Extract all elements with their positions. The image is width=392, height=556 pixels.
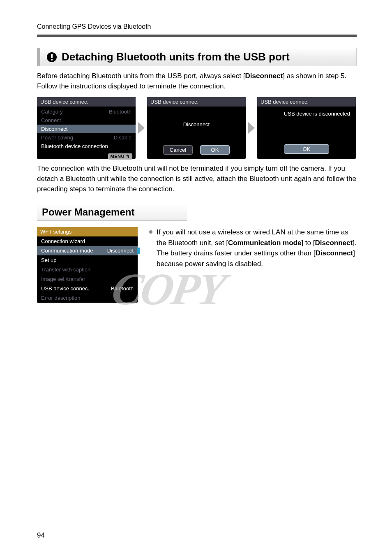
ok-button: OK — [200, 145, 230, 155]
svg-rect-2 — [51, 59, 53, 60]
value: Bluetooth — [111, 285, 134, 292]
text-bold: Communication mode — [228, 239, 302, 247]
bullet-dot-icon — [149, 230, 152, 234]
menu-row-selected: Disconnect — [37, 125, 136, 133]
section-banner-detaching: Detaching Bluetooth units from the USB p… — [37, 48, 357, 66]
text-bold: Disconnect — [316, 249, 353, 257]
section-title: Detaching Bluetooth units from the USB p… — [62, 51, 290, 63]
screen-footer: MENU — [37, 151, 136, 162]
value: Disable — [114, 134, 131, 141]
screen-title: USB device connec. — [147, 97, 246, 107]
menu-row: USB device connec. Bluetooth — [37, 284, 138, 293]
menu-row: Error description — [37, 293, 138, 303]
label: Image sel./transfer — [41, 276, 85, 282]
label: Bluetooth device connection — [41, 143, 108, 149]
menu-row: Power saving Disable — [37, 133, 136, 142]
menu-row: Connection wizard — [37, 236, 138, 246]
warning-exclaim-icon — [44, 51, 59, 63]
camera-screen-3: USB device connec. USB device is disconn… — [257, 97, 356, 159]
running-head: Connecting GPS Devices via Bluetooth — [37, 23, 357, 30]
bullet-item: If you will not use a wireless or wired … — [149, 227, 357, 269]
menu-row: Set up — [37, 255, 138, 265]
menu-row: Image sel./transfer — [37, 274, 138, 284]
label: Connection wizard — [41, 238, 85, 244]
label: Connect — [41, 117, 61, 123]
label: Disconnect — [41, 126, 67, 132]
label: USB device connec. — [41, 285, 89, 292]
text: ] to [ — [301, 239, 315, 247]
label: Set up — [41, 257, 57, 263]
screen-title: USB device connec. — [257, 97, 356, 107]
screens-row: USB device connec. Category Bluetooth Co… — [37, 97, 357, 159]
subsection-power-management: Power Management — [37, 204, 187, 221]
menu-row: Connect — [37, 116, 136, 125]
wft-settings-screen: WFT settings Connection wizard Communica… — [37, 227, 138, 303]
text-bold: Disconnect — [315, 239, 353, 247]
svg-rect-1 — [51, 54, 53, 58]
label: Power saving — [41, 134, 73, 141]
arrow-right-icon — [248, 122, 255, 134]
label: Transfer with caption — [41, 266, 90, 273]
label: Error description — [41, 295, 80, 301]
screen-title: USB device connec. — [37, 97, 136, 107]
cancel-button: Cancel — [163, 145, 193, 155]
header-rule — [37, 35, 357, 37]
screen-message: Disconnect — [147, 107, 246, 142]
ok-button: OK — [284, 144, 329, 154]
menu-row: Bluetooth device connection — [37, 142, 136, 151]
screen-message: USB device is disconnected — [257, 107, 356, 117]
page-number: 94 — [37, 531, 45, 540]
value: Bluetooth — [109, 109, 131, 115]
menu-row-selected: Communication mode Disconnect — [37, 246, 138, 255]
menu-row: Transfer with caption — [37, 265, 138, 274]
camera-screen-2: USB device connec. Disconnect Cancel OK — [147, 97, 246, 159]
after-screens-paragraph: The connection with the Bluetooth unit w… — [37, 164, 357, 194]
label: Communication mode — [41, 248, 93, 254]
arrow-right-icon — [138, 122, 145, 134]
value: Disconnect — [107, 248, 134, 254]
text: Before detaching Bluetooth units from th… — [37, 72, 245, 80]
bullet-text: If you will not use a wireless or wired … — [157, 227, 357, 269]
menu-row: Category Bluetooth — [37, 107, 136, 116]
intro-paragraph: Before detaching Bluetooth units from th… — [37, 71, 357, 91]
screen-title: WFT settings — [37, 227, 138, 236]
label: Category — [41, 109, 63, 115]
camera-screen-1: USB device connec. Category Bluetooth Co… — [37, 97, 136, 159]
menu-back-badge: MENU — [108, 153, 132, 160]
text-bold: Disconnect — [245, 72, 283, 80]
